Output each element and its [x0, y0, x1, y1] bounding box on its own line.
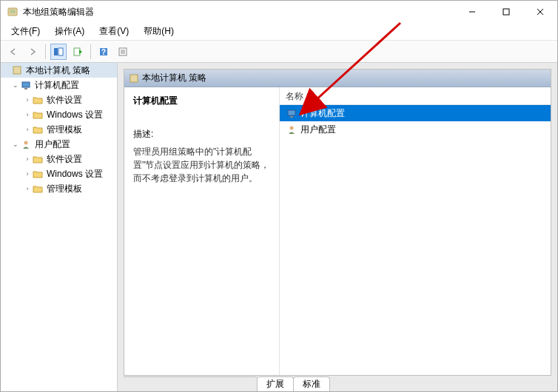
folder-icon	[32, 168, 44, 180]
folder-icon	[32, 183, 44, 195]
description-text: 管理员用组策略中的"计算机配置"节点设置应用到计算机的策略，而不考虑登录到计算机…	[133, 145, 270, 185]
forward-button[interactable]	[24, 44, 41, 60]
list-item-label: 计算机配置	[300, 107, 345, 120]
tree-label: 计算机配置	[33, 79, 81, 92]
toolbar: ?	[1, 41, 557, 63]
svg-rect-22	[288, 110, 295, 115]
content-panel: 本地计算机 策略 计算机配置 描述: 管理员用组策略中的"计算机配置"节点设置应…	[118, 63, 557, 391]
close-button[interactable]	[523, 1, 557, 23]
menu-help[interactable]: 帮助(H)	[136, 24, 181, 39]
tree-root-label: 本地计算机 策略	[24, 64, 92, 77]
tree-panel[interactable]: ▾ 本地计算机 策略 ⌄ 计算机配置 ›	[1, 63, 118, 391]
export-button[interactable]	[70, 44, 86, 60]
svg-rect-17	[13, 67, 21, 74]
title-bar: 本地组策略编辑器	[1, 1, 557, 23]
chevron-right-icon[interactable]: ›	[23, 170, 32, 178]
tree-root[interactable]: ▾ 本地计算机 策略	[1, 63, 117, 78]
tab-extended[interactable]: 扩展	[257, 376, 294, 391]
menu-bar: 文件(F) 操作(A) 查看(V) 帮助(H)	[1, 23, 557, 41]
list-item-label: 用户配置	[300, 124, 336, 136]
tree-software-settings[interactable]: › 软件设置	[1, 152, 117, 166]
chevron-down-icon[interactable]: ⌄	[11, 141, 20, 148]
document-icon	[129, 73, 139, 84]
tree-admin-templates[interactable]: › 管理模板	[1, 122, 117, 137]
list-column-header[interactable]: 名称	[280, 87, 551, 105]
content-body: 计算机配置 描述: 管理员用组策略中的"计算机配置"节点设置应用到计算机的策略，…	[124, 87, 551, 375]
svg-rect-9	[58, 48, 63, 55]
user-icon	[286, 124, 298, 135]
svg-rect-8	[54, 48, 58, 55]
help-button[interactable]: ?	[95, 44, 112, 60]
section-title: 计算机配置	[133, 95, 270, 107]
svg-rect-19	[24, 88, 27, 89]
tree-label: Windows 设置	[45, 109, 104, 121]
folder-icon	[32, 124, 44, 135]
svg-rect-3	[10, 13, 16, 13]
tree-software-settings[interactable]: › 软件设置	[1, 92, 117, 107]
app-icon	[7, 6, 19, 18]
document-icon	[11, 64, 23, 76]
svg-rect-23	[290, 116, 293, 118]
back-button[interactable]	[5, 44, 21, 60]
tree-label: 软件设置	[45, 94, 84, 107]
list-item-computer-config[interactable]: 计算机配置	[280, 105, 551, 121]
list-column: 名称 计算机配置 用户配置	[280, 87, 551, 375]
toolbar-separator	[45, 44, 46, 59]
chevron-right-icon[interactable]: ›	[23, 185, 32, 192]
toolbar-separator	[90, 44, 91, 59]
svg-rect-21	[130, 75, 138, 82]
menu-action[interactable]: 操作(A)	[47, 24, 92, 39]
svg-rect-18	[22, 82, 30, 87]
chevron-right-icon[interactable]: ›	[23, 126, 32, 133]
main-area: ▾ 本地计算机 策略 ⌄ 计算机配置 ›	[1, 63, 557, 391]
tree-admin-templates[interactable]: › 管理模板	[1, 181, 117, 196]
description-label: 描述:	[133, 128, 270, 141]
tab-standard[interactable]: 标准	[293, 376, 330, 391]
tree-label: Windows 设置	[45, 168, 104, 180]
chevron-right-icon[interactable]: ›	[23, 111, 32, 118]
svg-point-24	[290, 126, 294, 130]
svg-rect-10	[74, 48, 80, 55]
chevron-down-icon[interactable]: ⌄	[11, 81, 20, 89]
content-header-title: 本地计算机 策略	[142, 72, 206, 84]
menu-view[interactable]: 查看(V)	[92, 24, 136, 39]
svg-rect-1	[10, 10, 16, 10]
computer-icon	[286, 107, 298, 119]
folder-icon	[32, 94, 44, 106]
folder-icon	[32, 109, 44, 121]
tab-strip: 扩展 标准	[124, 375, 551, 391]
properties-button[interactable]	[115, 44, 131, 60]
tree-label: 用户配置	[33, 138, 72, 151]
maximize-button[interactable]	[489, 1, 523, 23]
chevron-right-icon[interactable]: ›	[23, 155, 32, 163]
list-item-user-config[interactable]: 用户配置	[280, 121, 551, 138]
user-icon	[20, 138, 32, 150]
tree-computer-config[interactable]: ⌄ 计算机配置	[1, 78, 117, 92]
window-controls	[455, 1, 557, 23]
content-inner: 本地计算机 策略 计算机配置 描述: 管理员用组策略中的"计算机配置"节点设置应…	[124, 69, 551, 376]
folder-icon	[32, 153, 44, 165]
svg-text:?: ?	[101, 48, 106, 56]
list-items: 计算机配置 用户配置	[280, 105, 551, 375]
tree-label: 管理模板	[45, 124, 84, 136]
minimize-button[interactable]	[455, 1, 489, 23]
svg-rect-5	[503, 9, 509, 15]
tree-windows-settings[interactable]: › Windows 设置	[1, 166, 117, 181]
svg-rect-2	[10, 11, 16, 12]
content-header: 本地计算机 策略	[124, 70, 551, 87]
tree-windows-settings[interactable]: › Windows 设置	[1, 107, 117, 122]
svg-point-20	[24, 141, 28, 145]
menu-file[interactable]: 文件(F)	[4, 24, 47, 39]
tree-label: 软件设置	[45, 153, 84, 166]
computer-icon	[20, 79, 32, 91]
show-hide-tree-button[interactable]	[50, 44, 67, 60]
chevron-right-icon[interactable]: ›	[23, 96, 32, 104]
description-column: 计算机配置 描述: 管理员用组策略中的"计算机配置"节点设置应用到计算机的策略，…	[124, 87, 280, 375]
tree-label: 管理模板	[45, 183, 84, 195]
window-title: 本地组策略编辑器	[23, 6, 455, 18]
tab-spacer	[124, 376, 257, 391]
tree-user-config[interactable]: ⌄ 用户配置	[1, 137, 117, 152]
